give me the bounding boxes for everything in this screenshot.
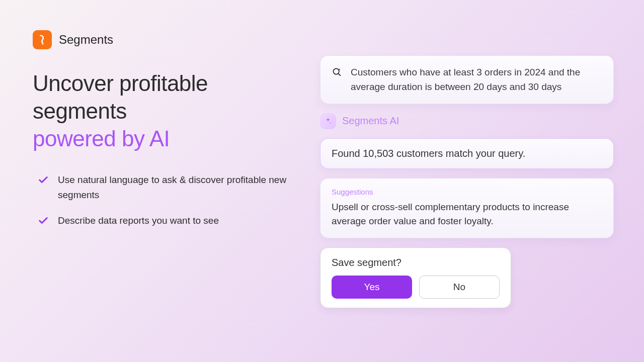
sparkle-search-icon [332,66,343,77]
brand-logo-icon [33,30,52,49]
page-headline: Uncover profitable segments powered by A… [33,69,300,152]
suggestions-card: Suggestions Upsell or cross-sell complem… [320,178,614,238]
ai-label: Segments AI [342,115,399,127]
headline-line-2: powered by AI [33,125,300,152]
result-text: Found 10,503 customers match your query. [332,148,525,159]
list-item: Describe data reports you want to see [38,213,300,228]
svg-point-0 [42,43,43,45]
result-card: Found 10,503 customers match your query. [320,138,614,169]
sparkles-icon [320,113,336,129]
bullet-text: Describe data reports you want to see [58,213,219,228]
suggestions-body: Upsell or cross-sell complementary produ… [332,200,602,229]
query-card: Customers who have at least 3 orders in … [320,55,614,104]
headline-line-1: Uncover profitable segments [33,71,208,123]
suggestions-title: Suggestions [332,188,602,196]
no-button-label: No [453,282,465,293]
svg-point-1 [333,68,339,74]
save-segment-card: Save segment? Yes No [320,247,511,308]
ai-label-row: Segments AI [320,113,614,129]
brand-row: Segments [33,30,300,49]
brand-name: Segments [59,33,113,47]
feature-list: Use natural language to ask & discover p… [33,172,300,228]
check-icon [38,215,49,226]
save-title: Save segment? [332,257,500,268]
no-button[interactable]: No [419,276,500,299]
yes-button-label: Yes [364,282,379,293]
check-icon [38,174,49,186]
yes-button[interactable]: Yes [332,276,412,299]
query-text: Customers who have at least 3 orders in … [351,65,602,95]
bullet-text: Use natural language to ask & discover p… [58,172,300,203]
list-item: Use natural language to ask & discover p… [38,172,300,203]
